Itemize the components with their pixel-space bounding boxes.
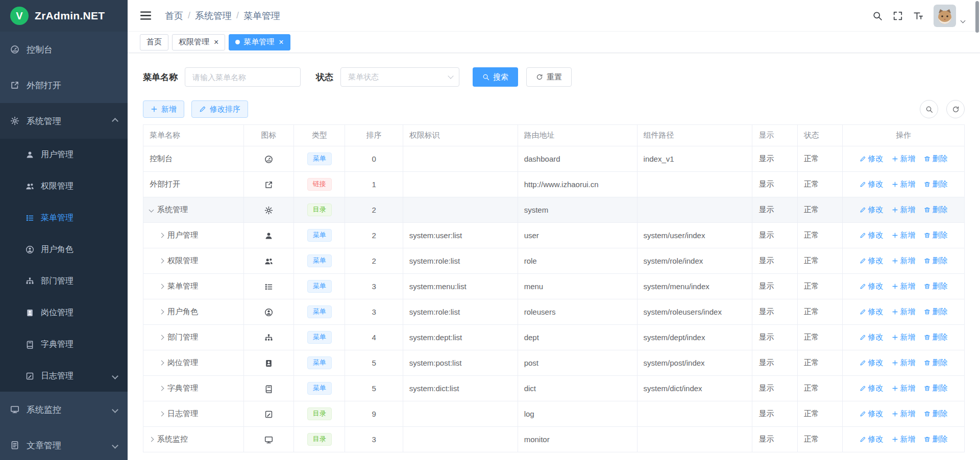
add-link[interactable]: 新增 <box>892 358 916 368</box>
chevron-right-icon[interactable] <box>159 412 164 417</box>
table-row[interactable]: 权限管理菜单2system:role:listrolesystem/role/i… <box>143 248 965 274</box>
cell-component <box>637 401 752 427</box>
chevron-right-icon[interactable] <box>159 284 164 289</box>
delete-link[interactable]: 删除 <box>924 154 948 164</box>
delete-link[interactable]: 删除 <box>924 205 948 215</box>
log-icon <box>264 410 273 419</box>
delete-link[interactable]: 删除 <box>924 358 948 368</box>
font-size-icon[interactable] <box>913 11 923 21</box>
add-button[interactable]: 新增 <box>143 100 184 118</box>
sidebar-subitem[interactable]: 用户角色 <box>0 234 128 265</box>
table-row[interactable]: 控制台菜单0dashboardindex_v1显示正常修改新增删除 <box>143 146 965 172</box>
edit-link[interactable]: 修改 <box>860 205 884 215</box>
tab[interactable]: 首页 <box>140 34 168 50</box>
reset-button[interactable]: 重置 <box>526 67 572 87</box>
search-icon[interactable] <box>872 11 883 21</box>
chevron-right-icon[interactable] <box>159 335 164 340</box>
edit-link[interactable]: 修改 <box>860 307 884 317</box>
sidebar-item[interactable]: 控制台 <box>0 32 128 67</box>
add-link[interactable]: 新增 <box>892 256 916 266</box>
edit-link[interactable]: 修改 <box>860 154 884 164</box>
add-link[interactable]: 新增 <box>892 333 916 342</box>
table-row[interactable]: 用户角色菜单3system:role:listroleuserssystem/r… <box>143 299 965 325</box>
sidebar-subitem[interactable]: 菜单管理 <box>0 202 128 234</box>
chevron-right-icon[interactable] <box>159 259 164 264</box>
edit-link[interactable]: 修改 <box>860 256 884 266</box>
sidebar-item-label: 系统监控 <box>27 404 61 416</box>
chevron-down-icon[interactable] <box>961 18 966 23</box>
toggle-search-button[interactable] <box>920 100 938 118</box>
tab[interactable]: 菜单管理× <box>229 34 290 50</box>
sort-button[interactable]: 修改排序 <box>191 100 248 118</box>
status-select[interactable]: 菜单状态 <box>340 67 459 87</box>
sidebar-subitem[interactable]: 权限管理 <box>0 170 128 202</box>
sidebar-subitem[interactable]: 用户管理 <box>0 139 128 170</box>
sidebar-subitem[interactable]: 岗位管理 <box>0 297 128 328</box>
add-link[interactable]: 新增 <box>892 205 916 215</box>
search-button[interactable]: 搜索 <box>473 67 518 87</box>
chevron-right-icon[interactable] <box>159 386 164 391</box>
refresh-table-button[interactable] <box>946 100 965 118</box>
edit-link[interactable]: 修改 <box>860 180 884 189</box>
sidebar-item[interactable]: 系统监控 <box>0 392 128 427</box>
table-row[interactable]: 岗位管理菜单5system:post:listpostsystem/post/i… <box>143 350 965 376</box>
delete-link[interactable]: 删除 <box>924 333 948 342</box>
delete-link[interactable]: 删除 <box>924 180 948 189</box>
table-row[interactable]: 菜单管理菜单3system:menu:listmenusystem/menu/i… <box>143 274 965 299</box>
delete-link[interactable]: 删除 <box>924 384 948 393</box>
delete-link[interactable]: 删除 <box>924 231 948 240</box>
breadcrumb-item[interactable]: 系统管理 <box>195 10 232 22</box>
edit-link[interactable]: 修改 <box>860 282 884 291</box>
add-link[interactable]: 新增 <box>892 435 916 444</box>
chevron-right-icon[interactable] <box>149 437 154 442</box>
chevron-right-icon[interactable] <box>159 361 164 366</box>
add-link[interactable]: 新增 <box>892 282 916 291</box>
edit-link[interactable]: 修改 <box>860 231 884 240</box>
sidebar-item[interactable]: 文章管理 <box>0 427 128 460</box>
table-row[interactable]: 字典管理菜单5system:dict:listdictsystem/dict/i… <box>143 376 965 401</box>
edit-link[interactable]: 修改 <box>860 358 884 368</box>
delete-link[interactable]: 删除 <box>924 435 948 444</box>
add-link[interactable]: 新增 <box>892 154 916 164</box>
table-row[interactable]: 日志管理目录9log显示正常修改新增删除 <box>143 401 965 427</box>
plus-icon <box>892 181 898 188</box>
table-row[interactable]: 部门管理菜单4system:dept:listdeptsystem/dept/i… <box>143 325 965 350</box>
sidebar-subitem[interactable]: 部门管理 <box>0 265 128 297</box>
sidebar-subitem[interactable]: 日志管理 <box>0 360 128 392</box>
add-link[interactable]: 新增 <box>892 180 916 189</box>
avatar[interactable] <box>934 5 956 27</box>
edit-link[interactable]: 修改 <box>860 384 884 393</box>
edit-link[interactable]: 修改 <box>860 435 884 444</box>
table-row[interactable]: 系统管理目录2system显示正常修改新增删除 <box>143 197 965 223</box>
close-icon[interactable]: × <box>279 38 283 46</box>
chevron-right-icon[interactable] <box>159 233 164 238</box>
sidebar-item[interactable]: 外部打开 <box>0 67 128 103</box>
add-link[interactable]: 新增 <box>892 384 916 393</box>
fullscreen-icon[interactable] <box>893 11 903 21</box>
table-row[interactable]: 外部打开链接1http://www.izhaorui.cn显示正常修改新增删除 <box>143 172 965 197</box>
tab[interactable]: 权限管理× <box>172 34 225 50</box>
sidebar-item[interactable]: 系统管理 <box>0 103 128 139</box>
menu-name-input[interactable] <box>185 67 301 87</box>
trash-icon <box>924 232 930 239</box>
hamburger-icon[interactable] <box>140 10 152 21</box>
cell-component <box>637 197 752 223</box>
edit-link[interactable]: 修改 <box>860 409 884 419</box>
close-icon[interactable]: × <box>214 38 218 46</box>
delete-link[interactable]: 删除 <box>924 256 948 266</box>
delete-link[interactable]: 删除 <box>924 282 948 291</box>
add-link[interactable]: 新增 <box>892 231 916 240</box>
delete-link[interactable]: 删除 <box>924 409 948 419</box>
add-link[interactable]: 新增 <box>892 307 916 317</box>
table-row[interactable]: 用户管理菜单2system:user:listusersystem/user/i… <box>143 223 965 248</box>
edit-link[interactable]: 修改 <box>860 333 884 342</box>
cell-route: user <box>518 223 637 248</box>
scrollbar[interactable] <box>975 1 979 33</box>
sidebar-subitem[interactable]: 字典管理 <box>0 328 128 360</box>
table-row[interactable]: 系统监控目录3monitor显示正常修改新增删除 <box>143 427 965 452</box>
breadcrumb-item[interactable]: 首页 <box>165 10 183 22</box>
add-link[interactable]: 新增 <box>892 409 916 419</box>
chevron-right-icon[interactable] <box>159 310 164 315</box>
chevron-down-icon[interactable] <box>149 208 154 213</box>
delete-link[interactable]: 删除 <box>924 307 948 317</box>
